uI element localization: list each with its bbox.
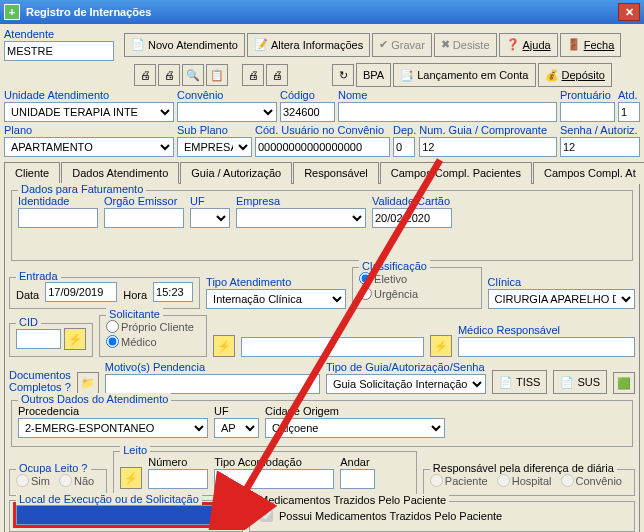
sim-radio[interactable]: Sim: [16, 474, 50, 487]
tab-campos-pac[interactable]: Campos Compl. Pacientes: [380, 162, 532, 184]
codigo-label: Código: [280, 89, 335, 101]
doccomp-button[interactable]: 📁: [77, 372, 99, 394]
validade-label: Validade Cartão: [372, 195, 452, 207]
tab-strip: Cliente Dados Atendimento Guia / Autoriz…: [4, 161, 640, 184]
plano-label: Plano: [4, 124, 174, 136]
solic-search-icon[interactable]: ⚡: [213, 335, 235, 357]
atendente-label: Atendente: [4, 28, 114, 40]
print4-icon[interactable]: 🖨: [266, 64, 288, 86]
dep-label: Dep.: [393, 124, 416, 136]
local-select[interactable]: [16, 505, 236, 525]
print2-icon[interactable]: 🖨: [158, 64, 180, 86]
unidade-select[interactable]: UNIDADE TERAPIA INTE: [4, 102, 174, 122]
dep-input[interactable]: [393, 137, 415, 157]
data-input[interactable]: [45, 282, 117, 302]
tab-guia[interactable]: Guia / Autorização: [180, 162, 292, 184]
tab-campos-at[interactable]: Campos Compl. At: [533, 162, 644, 184]
codusuario-input[interactable]: [255, 137, 390, 157]
ajuda-button[interactable]: ❓ Ajuda: [499, 33, 558, 57]
sus-button[interactable]: 📄 SUS: [553, 370, 607, 394]
tab-dados[interactable]: Dados Atendimento: [61, 162, 179, 184]
urgencia-radio[interactable]: Urgência: [359, 287, 418, 300]
print-icon[interactable]: 🖨: [134, 64, 156, 86]
close-button[interactable]: ✕: [618, 3, 640, 21]
numero-label: Número: [148, 456, 208, 468]
atendente-input[interactable]: [4, 41, 114, 61]
doc-icon[interactable]: 📋: [206, 64, 228, 86]
medresp-search-icon[interactable]: ⚡: [430, 335, 452, 357]
hora-input[interactable]: [153, 282, 193, 302]
plano-select[interactable]: APARTAMENTO: [4, 137, 174, 157]
desiste-button[interactable]: ✖ Desiste: [434, 33, 497, 57]
validade-input[interactable]: [372, 208, 452, 228]
numero-input[interactable]: [148, 469, 208, 489]
proc-select[interactable]: 2-EMERG-ESPONTANEO: [18, 418, 208, 438]
novo-atendimento-button[interactable]: 📄 Novo Atendimento: [124, 33, 245, 57]
orgao-input[interactable]: [104, 208, 184, 228]
conv-radio[interactable]: Convênio: [561, 474, 622, 487]
tipoguia-label: Tipo de Guia/Autorização/Senha: [326, 361, 486, 373]
pac-radio[interactable]: Paciente: [430, 474, 488, 487]
motivo-label: Motivo(s) Pendencia: [105, 361, 320, 373]
uf-fat-label: UF: [190, 195, 230, 207]
cidade-select[interactable]: Calçoene: [265, 418, 445, 438]
refresh-icon[interactable]: ↻: [332, 64, 354, 86]
identidade-input[interactable]: [18, 208, 98, 228]
gravar-button[interactable]: ✔ Gravar: [372, 33, 432, 57]
empresa-label: Empresa: [236, 195, 366, 207]
tipoguia-select[interactable]: Guia Solicitação Internação: [326, 374, 486, 394]
numguia-input[interactable]: [419, 137, 557, 157]
atd-label: Atd.: [618, 89, 640, 101]
clinica-select[interactable]: CIRURGIA APARELHO DI: [488, 289, 635, 309]
tipoac-input[interactable]: [214, 469, 334, 489]
entrada-legend: Entrada: [16, 270, 61, 282]
atd-input[interactable]: [618, 102, 640, 122]
deposito-button[interactable]: 💰 Depósito: [538, 63, 612, 87]
search-icon[interactable]: 🔍: [182, 64, 204, 86]
lancamento-button[interactable]: 📑 Lançamento em Conta: [393, 63, 535, 87]
fecha-button[interactable]: 🚪 Fecha: [560, 33, 622, 57]
tab-cliente[interactable]: Cliente: [4, 162, 60, 184]
senha-input[interactable]: [560, 137, 640, 157]
eletivo-radio[interactable]: Eletivo: [359, 272, 407, 285]
codusuario-label: Cód. Usuário no Convênio: [255, 124, 390, 136]
data-label: Data: [16, 289, 39, 301]
cid-search-icon[interactable]: ⚡: [64, 328, 86, 350]
medico-radio[interactable]: Médico: [106, 335, 156, 348]
solic-input[interactable]: [241, 337, 424, 357]
andar-input[interactable]: [340, 469, 375, 489]
window-title: Registro de Internações: [26, 6, 151, 18]
nao-radio[interactable]: Não: [59, 474, 94, 487]
prontuario-input[interactable]: [560, 102, 615, 122]
cid-input[interactable]: [16, 329, 61, 349]
motivo-input[interactable]: [105, 374, 320, 394]
andar-label: Andar: [340, 456, 375, 468]
medresp-label: Médico Responsável: [458, 324, 635, 336]
uf-out-select[interactable]: AP: [214, 418, 259, 438]
ocupa-legend: Ocupa Leito ?: [16, 462, 91, 474]
doccomp-label: Documentos Completos ?: [9, 369, 71, 393]
extra-icon[interactable]: 🟩: [613, 372, 635, 394]
meds-checkbox[interactable]: Possui Medicamentos Trazidos Pelo Pacien…: [256, 506, 502, 525]
subplano-select[interactable]: EMPRESA: [177, 137, 252, 157]
tiss-button[interactable]: 📄 TISS: [492, 370, 547, 394]
medresp-input[interactable]: [458, 337, 635, 357]
solic-legend: Solicitante: [106, 308, 163, 320]
codigo-input[interactable]: [280, 102, 335, 122]
bpa-button[interactable]: BPA: [356, 63, 391, 87]
nome-input[interactable]: [338, 102, 557, 122]
tab-responsavel[interactable]: Responsável: [293, 162, 379, 184]
tipoat-select[interactable]: Internação Clínica: [206, 289, 346, 309]
leito-legend: Leito: [120, 444, 150, 456]
empresa-select[interactable]: [236, 208, 366, 228]
proprio-radio[interactable]: Próprio Cliente: [106, 320, 194, 333]
tipoat-label: Tipo Atendimento: [206, 276, 346, 288]
uf-fat-select[interactable]: [190, 208, 230, 228]
subplano-label: Sub Plano: [177, 124, 252, 136]
print3-icon[interactable]: 🖨: [242, 64, 264, 86]
unidade-label: Unidade Atendimento: [4, 89, 174, 101]
altera-informacoes-button[interactable]: 📝 Altera Informações: [247, 33, 370, 57]
hosp-radio[interactable]: Hospital: [497, 474, 552, 487]
leito-search-icon[interactable]: ⚡: [120, 467, 142, 489]
convenio-select[interactable]: [177, 102, 277, 122]
